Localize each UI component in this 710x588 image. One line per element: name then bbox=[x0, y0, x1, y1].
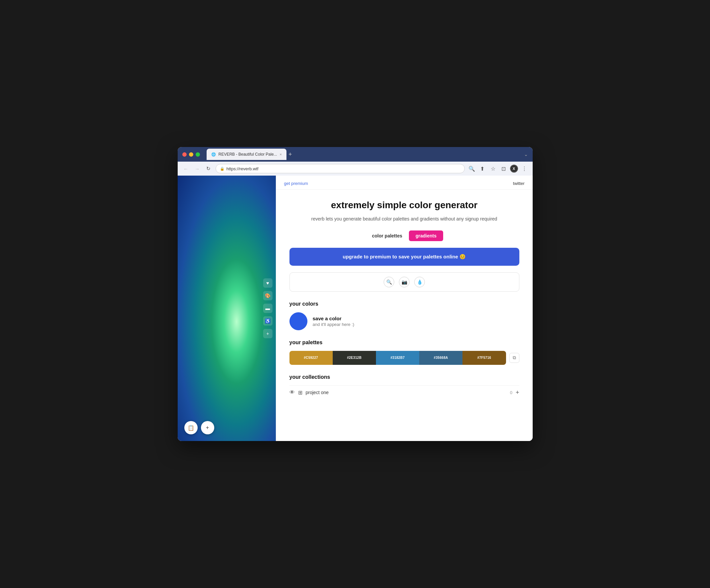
share-button[interactable]: ⬆ bbox=[478, 164, 487, 173]
title-bar: 🌐 REVERB - Beautiful Color Pale... × + ⌄ bbox=[178, 147, 532, 162]
palette-swatch[interactable]: #2E312B bbox=[333, 351, 376, 365]
back-button[interactable]: ← bbox=[182, 164, 190, 173]
right-content: extremely simple color generator reverb … bbox=[276, 190, 532, 416]
right-header: get premium twitter bbox=[276, 176, 532, 190]
palette-swatch[interactable]: #C59227 bbox=[289, 351, 333, 365]
plus-icon: + bbox=[266, 331, 269, 336]
add-icon: + bbox=[206, 425, 209, 431]
grid-button[interactable]: ⊞ bbox=[298, 389, 303, 396]
bookmark-button[interactable]: ☆ bbox=[489, 164, 497, 173]
upgrade-button[interactable]: upgrade to premium to save your palettes… bbox=[289, 248, 519, 266]
palette-swatches: #C59227#2E312B#3182B7#35668A#7F5716 bbox=[289, 351, 506, 365]
camera-color-button[interactable]: 📷 bbox=[399, 277, 409, 287]
color-palettes-toggle[interactable]: color palettes bbox=[365, 230, 409, 241]
hero-subtitle: reverb lets you generate beautiful color… bbox=[289, 216, 519, 222]
grid-icon: ⊞ bbox=[298, 389, 303, 396]
palette-icon: 🎨 bbox=[265, 293, 270, 298]
collection-row: 👁 ⊞ project one 0 + bbox=[289, 386, 519, 399]
main-area: ♥ 🎨 ▬ ♿ + 📋 bbox=[178, 176, 532, 441]
your-palettes-section: your palettes #C59227#2E312B#3182B7#3566… bbox=[289, 340, 519, 365]
camera-icon: 📷 bbox=[402, 279, 407, 285]
phone-tool-button[interactable]: ▬ bbox=[263, 304, 273, 313]
tab-favicon: 🌐 bbox=[211, 152, 216, 157]
eye-icon: 👁 bbox=[289, 389, 295, 395]
traffic-lights bbox=[182, 152, 200, 157]
new-tab-button[interactable]: + bbox=[288, 151, 292, 157]
your-colors-title: your colors bbox=[289, 301, 519, 307]
profile-button[interactable]: X bbox=[510, 165, 518, 173]
save-color-label: save a color bbox=[313, 316, 354, 321]
phone-icon: ▬ bbox=[265, 305, 270, 311]
lock-icon: 🔒 bbox=[220, 167, 224, 171]
eye-button[interactable]: 👁 bbox=[289, 389, 295, 395]
side-tools: ♥ 🎨 ▬ ♿ + bbox=[263, 278, 273, 338]
address-bar[interactable]: 🔒 https://reverb.wtf bbox=[216, 164, 465, 173]
minimize-button[interactable] bbox=[189, 152, 193, 157]
active-tab[interactable]: 🌐 REVERB - Beautiful Color Pale... × bbox=[207, 149, 287, 160]
dropper-color-button[interactable]: 💧 bbox=[414, 277, 425, 287]
collection-count: 0 bbox=[510, 390, 512, 395]
palette-row: #C59227#2E312B#3182B7#35668A#7F5716 ⧉ bbox=[289, 351, 519, 365]
add-color-button[interactable]: + bbox=[201, 421, 214, 434]
tab-bar: 🌐 REVERB - Beautiful Color Pale... × + ⌄ bbox=[207, 149, 528, 160]
your-collections-section: your collections 👁 ⊞ project one 0 + bbox=[289, 374, 519, 399]
palette-swatch[interactable]: #35668A bbox=[419, 351, 463, 365]
toolbar-actions: 🔍 ⬆ ☆ ⊡ X ⋮ bbox=[468, 164, 529, 173]
tab-dropdown-button[interactable]: ⌄ bbox=[524, 152, 528, 157]
tab-title: REVERB - Beautiful Color Pale... bbox=[219, 152, 277, 157]
dropper-icon: 💧 bbox=[417, 279, 423, 285]
add-tool-button[interactable]: + bbox=[263, 329, 273, 338]
accessibility-tool-button[interactable]: ♿ bbox=[263, 316, 273, 325]
menu-button[interactable]: ⋮ bbox=[520, 164, 529, 173]
tab-close-button[interactable]: × bbox=[280, 152, 282, 156]
reload-button[interactable]: ↻ bbox=[204, 164, 213, 173]
color-circle bbox=[289, 312, 307, 330]
gradient-panel[interactable]: ♥ 🎨 ▬ ♿ + 📋 bbox=[178, 176, 276, 441]
your-palettes-title: your palettes bbox=[289, 340, 519, 346]
accessibility-icon: ♿ bbox=[265, 318, 270, 324]
add-collection-button[interactable]: + bbox=[516, 389, 519, 396]
clipboard-icon: 📋 bbox=[188, 425, 194, 431]
fullscreen-button[interactable] bbox=[196, 152, 200, 157]
toggle-container: color palettes gradients bbox=[289, 230, 519, 241]
search-color-button[interactable]: 🔍 bbox=[384, 277, 394, 287]
clipboard-button[interactable]: 📋 bbox=[184, 421, 198, 434]
color-text-block: save a color and it'll appear here :) bbox=[313, 316, 354, 327]
close-button[interactable] bbox=[182, 152, 187, 157]
palette-swatch[interactable]: #3182B7 bbox=[376, 351, 419, 365]
toolbar: ← → ↻ 🔒 https://reverb.wtf 🔍 ⬆ ☆ ⊡ X ⋮ bbox=[178, 162, 532, 176]
twitter-link[interactable]: twitter bbox=[513, 181, 525, 186]
save-color-sub: and it'll appear here :) bbox=[313, 322, 354, 327]
search-toolbar-button[interactable]: 🔍 bbox=[468, 164, 476, 173]
gradients-toggle[interactable]: gradients bbox=[409, 230, 443, 241]
your-colors-section: your colors save a color and it'll appea… bbox=[289, 301, 519, 330]
palette-tool-button[interactable]: 🎨 bbox=[263, 291, 273, 300]
search-icon: 🔍 bbox=[386, 279, 392, 285]
copy-palette-button[interactable]: ⧉ bbox=[510, 353, 519, 363]
right-panel: get premium twitter extremely simple col… bbox=[276, 176, 532, 441]
get-premium-link[interactable]: get premium bbox=[284, 181, 308, 186]
url-text: https://reverb.wtf bbox=[227, 166, 259, 171]
split-view-button[interactable]: ⊡ bbox=[499, 164, 508, 173]
collection-name: project one bbox=[306, 390, 507, 395]
heart-tool-button[interactable]: ♥ bbox=[263, 278, 273, 288]
forward-button[interactable]: → bbox=[193, 164, 202, 173]
palette-swatch[interactable]: #7F5716 bbox=[463, 351, 506, 365]
hero-title: extremely simple color generator bbox=[289, 199, 519, 211]
your-collections-title: your collections bbox=[289, 374, 519, 380]
bottom-left-buttons: 📋 + bbox=[184, 421, 214, 434]
search-bar: 🔍 📷 💧 bbox=[289, 272, 519, 292]
color-placeholder: save a color and it'll appear here :) bbox=[289, 312, 519, 330]
heart-icon: ♥ bbox=[266, 280, 269, 286]
